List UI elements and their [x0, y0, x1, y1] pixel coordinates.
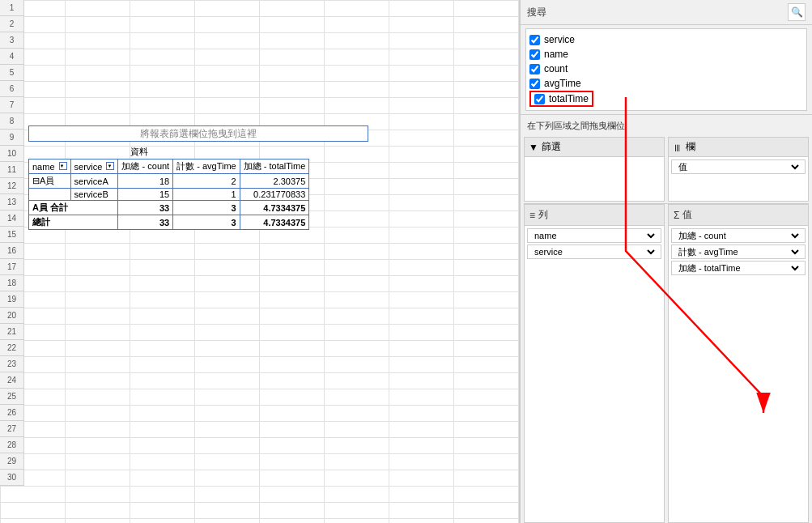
cell-subtotal-totaltime: 4.7334375	[240, 201, 309, 215]
values-zone: Σ 值 加總 - count 計數 - avgTime 加總 - totalTi…	[668, 204, 809, 523]
values-zone-label: 值	[682, 208, 692, 222]
field-label-service: service	[544, 34, 575, 45]
rows-zone-content: name service	[525, 226, 664, 522]
field-item-service: service	[529, 32, 803, 47]
values-item-avgtime: 計數 - avgTime	[671, 244, 806, 259]
spreadsheet-panel: 1 2 3 4 5 6 7 8 9 10 11 12 13 14 15 16 1…	[0, 0, 520, 523]
field-item-avgtime: avgTime	[529, 76, 803, 91]
field-label-count: count	[544, 63, 568, 74]
cell-grandtotal-count: 33	[118, 215, 173, 230]
filter-zone-label: 篩選	[542, 140, 561, 154]
name-filter-dropdown[interactable]	[59, 162, 67, 170]
cell-service: serviceB	[70, 189, 118, 201]
service-filter-dropdown[interactable]	[106, 162, 114, 170]
col-header-service[interactable]: service	[70, 159, 118, 174]
columns-zone-content: 值	[669, 157, 808, 178]
values-count-select[interactable]: 加總 - count	[675, 230, 801, 241]
subtotal-row: A員 合計 33 3 4.7334375	[29, 201, 309, 215]
drag-area-label: 在下列區域之間拖曳欄位:	[521, 114, 812, 137]
rows-icon: ≡	[529, 210, 535, 221]
rows-zone: ≡ 列 name service	[524, 204, 665, 523]
columns-zone: ⫼ 欄 值	[668, 137, 809, 202]
search-area: 搜尋 🔍	[521, 0, 812, 25]
pivot-container: 將報表篩選欄位拖曳到這裡 資料 name service 加總 - count …	[24, 0, 519, 523]
field-checkbox-avgtime[interactable]	[529, 79, 540, 89]
columns-item-value: 值	[671, 159, 806, 174]
cell-grandtotal-totaltime: 4.7334375	[240, 215, 309, 230]
drop-area[interactable]: 將報表篩選欄位拖曳到這裡	[28, 125, 368, 142]
values-icon: Σ	[674, 210, 679, 221]
filter-zone-content	[525, 157, 664, 162]
field-item-totaltime: totalTime	[529, 91, 593, 107]
pivot-table: name service 加總 - count 計數 - avgTime 加總 …	[28, 159, 309, 230]
bottom-zones: ≡ 列 name service Σ 值	[524, 203, 809, 523]
cell-avgtime: 1	[173, 189, 240, 201]
filter-zone-header: ▼ 篩選	[525, 138, 664, 157]
cell-avgtime: 2	[173, 174, 240, 189]
field-item-name: name	[529, 47, 803, 62]
grandtotal-row: 總計 33 3 4.7334375	[29, 215, 309, 230]
search-icon: 🔍	[791, 6, 803, 18]
cell-name: ⊟A員	[29, 174, 71, 189]
col-header-avgtime: 計數 - avgTime	[173, 159, 240, 174]
values-zone-content: 加總 - count 計數 - avgTime 加總 - totalTime	[669, 226, 808, 522]
cell-name	[29, 189, 71, 201]
cell-grandtotal-avgtime: 3	[173, 215, 240, 230]
col-header-count: 加總 - count	[118, 159, 173, 174]
cell-totaltime: 0.231770833	[240, 189, 309, 201]
top-zones: ▼ 篩選 ⫼ 欄 值	[524, 137, 809, 202]
rows-item-name: name	[527, 228, 661, 243]
rows-service-select[interactable]: service	[531, 246, 657, 257]
values-item-totaltime: 加總 - totalTime	[671, 261, 806, 275]
pivot-fields-panel: 搜尋 🔍 service name count avgTime totalTim…	[520, 0, 812, 523]
field-checkbox-count[interactable]	[529, 64, 540, 74]
columns-zone-header: ⫼ 欄	[669, 138, 808, 157]
values-avgtime-select[interactable]: 計數 - avgTime	[675, 246, 801, 257]
drop-message: 將報表篩選欄位拖曳到這裡	[140, 127, 257, 141]
cell-count: 18	[118, 174, 173, 189]
field-checkbox-totaltime[interactable]	[534, 94, 545, 104]
cell-grandtotal-label: 總計	[29, 215, 118, 230]
fields-list: service name count avgTime totalTime	[525, 28, 807, 111]
row-numbers: 1 2 3 4 5 6 7 8 9 10 11 12 13 14 15 16 1…	[0, 0, 24, 486]
col-header-name[interactable]: name	[29, 159, 71, 174]
field-checkbox-name[interactable]	[529, 49, 540, 60]
field-item-count: count	[529, 62, 803, 76]
field-label-totaltime: totalTime	[549, 93, 589, 104]
filter-zone: ▼ 篩選	[524, 137, 665, 202]
columns-value-select[interactable]: 值	[675, 161, 801, 172]
table-row: serviceB 15 1 0.231770833	[29, 189, 309, 201]
field-checkbox-service[interactable]	[529, 35, 540, 45]
filter-icon: ▼	[529, 142, 538, 153]
data-label: 資料	[28, 146, 309, 158]
pivot-table-wrapper: 資料 name service 加總 - count 計數 - avgTime …	[28, 146, 309, 230]
col-header-totaltime: 加總 - totalTime	[240, 159, 309, 174]
search-button[interactable]: 🔍	[788, 3, 806, 21]
cell-count: 15	[118, 189, 173, 201]
rows-zone-header: ≡ 列	[525, 205, 664, 226]
field-label-name: name	[544, 49, 568, 60]
table-row: ⊟A員 serviceA 18 2 2.30375	[29, 174, 309, 189]
search-label: 搜尋	[527, 6, 788, 19]
rows-item-service: service	[527, 244, 661, 259]
field-label-avgtime: avgTime	[544, 78, 581, 89]
cell-service: serviceA	[70, 174, 118, 189]
values-totaltime-select[interactable]: 加總 - totalTime	[675, 262, 801, 274]
values-item-count: 加總 - count	[671, 228, 806, 243]
cell-subtotal-avgtime: 3	[173, 201, 240, 215]
values-zone-header: Σ 值	[669, 205, 808, 226]
rows-name-select[interactable]: name	[531, 230, 657, 241]
cell-subtotal-label: A員 合計	[29, 201, 118, 215]
columns-icon: ⫼	[673, 142, 682, 153]
columns-zone-label: 欄	[686, 140, 695, 154]
cell-totaltime: 2.30375	[240, 174, 309, 189]
rows-zone-label: 列	[538, 208, 548, 222]
cell-subtotal-count: 33	[118, 201, 173, 215]
